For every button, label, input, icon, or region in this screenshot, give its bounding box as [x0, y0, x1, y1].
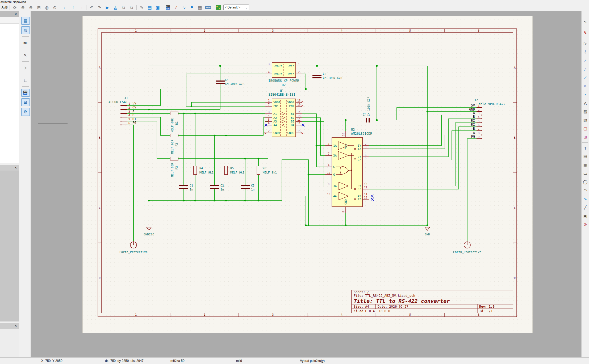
svg-text:14: 14	[297, 111, 300, 113]
refresh-button[interactable]: ⟳	[11, 4, 19, 11]
hierarchical-label-button[interactable]: ▧	[582, 117, 589, 123]
dock-panel-middle: ✕	[0, 165, 19, 321]
grid-select-dropdown[interactable]: < Default >⌄	[223, 5, 249, 10]
svg-text:G: G	[333, 165, 335, 169]
nav-up-button[interactable]: ↑	[69, 4, 77, 11]
annotate-button[interactable]: R??R42	[164, 4, 172, 11]
edit-symbol-button[interactable]: ✎	[138, 4, 146, 11]
svg-text:4: 4	[341, 313, 342, 316]
svg-text:CM-100N-X7R: CM-100N-X7R	[323, 76, 342, 80]
show-annotations-button[interactable]: R??R42	[21, 89, 30, 97]
svg-text:5V: 5V	[132, 101, 136, 105]
grid-select-value: < Default >	[225, 6, 240, 9]
svg-text:MELF 9k1: MELF 9k1	[230, 171, 244, 174]
symbol-fields-table-button[interactable]: ▦	[196, 4, 204, 11]
cursor-shape-button[interactable]: ↖	[21, 51, 30, 59]
svg-text:ACCUD LSA1: ACCUD LSA1	[108, 100, 128, 104]
text-button[interactable]: T	[582, 145, 589, 151]
text-box-button[interactable]: ▤	[582, 153, 589, 160]
highlight-net-button[interactable]: ↯	[582, 29, 589, 36]
menu-settings[interactable]: astavení	[1, 0, 12, 3]
nav-forward-button[interactable]: →	[77, 4, 85, 11]
junction-dot	[225, 200, 227, 202]
svg-text:1: 1	[135, 29, 137, 32]
image-button[interactable]: ▣	[582, 213, 589, 219]
svg-text:5: 5	[365, 157, 366, 160]
place-symbol-button[interactable]: ▷	[582, 40, 589, 47]
bus-entry-button[interactable]: ⟋	[582, 74, 589, 81]
svg-text:A: A	[473, 111, 475, 115]
main-toolbar: A↕B⟳⊕⊖⊞◎⊙←↑→↶↷▶◭⧉⧉✎▤▣R??R42✓∿⚑▦.bom< Def…	[0, 4, 589, 11]
rectangle-button[interactable]: ▭	[582, 170, 589, 177]
hierarchical-sheet-button[interactable]: ▢	[582, 125, 589, 132]
sheet-paper	[82, 16, 533, 333]
open-pcb-editor-button[interactable]	[214, 4, 222, 11]
swap-units-button[interactable]: A↕B	[1, 4, 9, 11]
svg-text:8: 8	[478, 132, 480, 135]
svg-text:A1: A1	[273, 112, 277, 116]
no-connect-flag-button[interactable]: ✕	[582, 83, 589, 89]
junction-dot	[427, 111, 428, 113]
bezier-button[interactable]: ∿	[582, 196, 589, 202]
svg-text:1n: 1n	[251, 188, 254, 191]
netclass-directive-button[interactable]: ▨	[582, 108, 589, 115]
zoom-in-button[interactable]: ⊕	[19, 4, 27, 11]
svg-text:GND1: GND1	[273, 131, 281, 135]
svg-text:5: 5	[268, 118, 270, 121]
hierarchy-navigator-button[interactable]: ⊟	[21, 98, 30, 106]
select-tool-button[interactable]: ↖	[582, 19, 589, 25]
rotate-ccw-button[interactable]: ↶	[87, 4, 95, 11]
import-sheet-pin-button[interactable]: ⊞	[582, 134, 589, 140]
junction-button[interactable]: •	[582, 91, 589, 98]
net-label-button[interactable]: A	[582, 100, 589, 106]
group-button[interactable]: ⧉	[119, 4, 127, 11]
toolbar-separator	[582, 27, 588, 27]
units-mils-button[interactable]: mil	[21, 39, 30, 47]
svg-text:15: 15	[297, 130, 300, 133]
schematic-drawing[interactable]: 112233445566AABBCCDDSheet: /File: TTL_RS…	[31, 11, 581, 357]
grid-overrides-button[interactable]: ▨	[21, 26, 30, 34]
svg-text:C6: C6	[363, 113, 366, 116]
svg-text:4: 4	[268, 71, 270, 74]
junction-dot	[305, 225, 307, 226]
place-power-symbol-button[interactable]: ⏚	[582, 49, 589, 55]
assign-footprints-button[interactable]: ⚑	[188, 4, 196, 11]
zoom-out-button[interactable]: ⊖	[27, 4, 35, 11]
erc-check-button[interactable]: ✓	[172, 4, 180, 11]
zoom-fit-objects-button[interactable]: ◎	[43, 4, 51, 11]
show-grid-button[interactable]: ▦	[21, 17, 30, 25]
line-button[interactable]: ╱	[582, 204, 589, 211]
svg-text:1Z: 1Z	[358, 147, 361, 151]
mirror-h-button[interactable]: ▶	[103, 4, 111, 11]
dock-panel-middle-header: ✕	[0, 165, 19, 171]
menu-help[interactable]: Nápověda	[13, 0, 26, 3]
show-hidden-pins-button[interactable]: ▷	[21, 64, 30, 72]
draw-wire-button[interactable]: ∕	[582, 57, 589, 64]
zoom-page-button[interactable]: ⊞	[35, 4, 43, 11]
close-icon[interactable]: ✕	[14, 166, 18, 170]
nav-back-button[interactable]: ←	[61, 4, 69, 11]
arc-button[interactable]: ◠	[582, 187, 589, 194]
mirror-v-button[interactable]: ◭	[111, 4, 119, 11]
table-button[interactable]: ▦	[582, 162, 589, 168]
export-bom-button[interactable]: .bom	[204, 4, 212, 11]
circle-button[interactable]: ◯	[582, 179, 589, 185]
ungroup-button[interactable]: ⧉	[127, 4, 135, 11]
schematic-canvas[interactable]: 112233445566AABBCCDDSheet: /File: TTL_RS…	[31, 11, 581, 357]
zoom-selection-button[interactable]: ⊙	[51, 4, 59, 11]
hv-wire-mode-button[interactable]: ∟	[21, 76, 30, 84]
svg-text:-B: -B	[471, 127, 475, 130]
edit-symbol-fields-button[interactable]: ▣	[154, 4, 162, 11]
svg-text:B3: B3	[291, 120, 294, 123]
rotate-cw-button[interactable]: ↷	[95, 4, 103, 11]
junction-dot	[316, 145, 318, 147]
svg-text:10: 10	[297, 103, 300, 106]
close-icon[interactable]: ✕	[14, 324, 18, 328]
symbol-library-browser-button[interactable]: ▤	[146, 4, 154, 11]
delete-tool-button[interactable]: ⊘	[582, 221, 589, 228]
close-icon[interactable]: ✕	[14, 12, 18, 16]
properties-panel-button[interactable]: ⚙	[21, 108, 30, 116]
svg-text:15: 15	[327, 193, 330, 196]
simulator-button[interactable]: ∿	[180, 4, 188, 11]
draw-bus-button[interactable]: ∕	[582, 66, 589, 72]
